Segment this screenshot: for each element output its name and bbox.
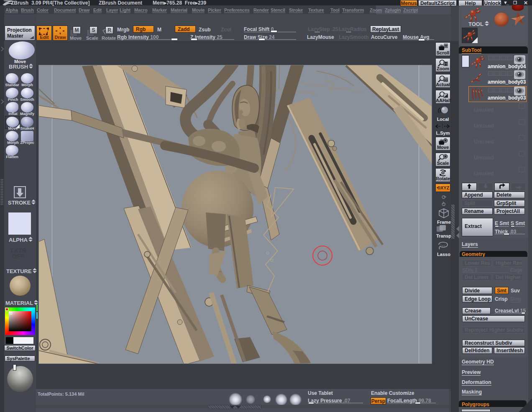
svg-text:x1: x1: [444, 78, 448, 82]
